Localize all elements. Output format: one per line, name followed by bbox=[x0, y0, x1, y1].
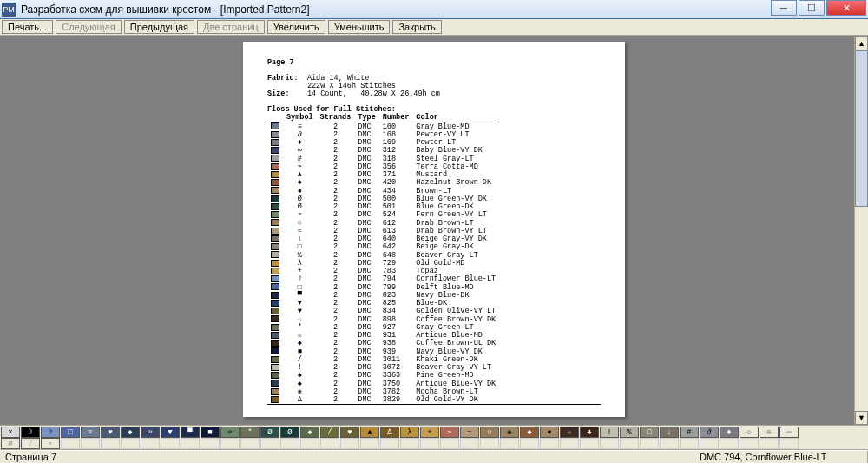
palette-swatch bbox=[740, 438, 759, 449]
palette-swatch[interactable]: ♥ bbox=[340, 427, 359, 438]
palette-swatch[interactable]: ▀ bbox=[181, 427, 200, 438]
close-button[interactable]: ✕ bbox=[826, 0, 866, 16]
palette-swatch bbox=[640, 438, 659, 449]
palette-swatch[interactable]: ~ bbox=[440, 427, 459, 438]
palette-swatch[interactable]: ∞ bbox=[141, 427, 160, 438]
app-icon: PM bbox=[2, 3, 16, 17]
palette-swatch bbox=[81, 438, 100, 449]
titlebar: PM Разработка схем для вышивки крестом -… bbox=[0, 0, 868, 19]
palette-swatch bbox=[560, 438, 579, 449]
two-page-button: Две страниц bbox=[197, 20, 265, 34]
palette-swatch bbox=[580, 438, 599, 449]
palette-swatch[interactable]: ▼ bbox=[161, 427, 180, 438]
palette-swatch[interactable]: ❀ bbox=[500, 427, 519, 438]
palette-swatch bbox=[360, 438, 379, 449]
palette-swatch[interactable]: ♣ bbox=[580, 427, 599, 438]
palette-swatch[interactable]: □ bbox=[61, 427, 80, 438]
palette-swatch[interactable]: λ bbox=[400, 427, 419, 438]
status-color: DMC 794, Cornflower Blue-LT bbox=[694, 451, 868, 463]
palette-swatch[interactable]: ■ bbox=[201, 427, 220, 438]
palette-swatch[interactable]: ♦ bbox=[720, 427, 739, 438]
palette-swatch[interactable]: ⁄ bbox=[21, 438, 40, 449]
palette-swatch[interactable]: ∘ bbox=[41, 438, 60, 449]
palette-swatch bbox=[240, 438, 260, 449]
palette-swatch[interactable]: ● bbox=[540, 427, 559, 438]
palette-swatch[interactable]: ☽ bbox=[21, 427, 40, 438]
palette-swatch[interactable]: ◆ bbox=[520, 427, 539, 438]
palette-swatch bbox=[220, 438, 240, 449]
palette-swatch[interactable]: ⌀ bbox=[1, 438, 20, 449]
palette-swatch[interactable]: ∆ bbox=[380, 427, 399, 438]
palette-swatch[interactable]: × bbox=[1, 427, 20, 438]
palette-swatch bbox=[440, 438, 459, 449]
palette-swatch bbox=[680, 438, 699, 449]
next-page-button: Следующая bbox=[56, 20, 122, 34]
palette-swatch[interactable]: ∂ bbox=[700, 427, 719, 438]
palette-swatch bbox=[779, 438, 799, 449]
palette-swatch bbox=[101, 438, 120, 449]
print-button[interactable]: Печать... bbox=[2, 20, 53, 34]
maximize-button[interactable]: ☐ bbox=[799, 0, 825, 16]
palette-swatch bbox=[600, 438, 619, 449]
status-page: Страница 7 bbox=[0, 451, 62, 463]
palette-swatch bbox=[181, 438, 200, 449]
palette-swatch[interactable]: Ø bbox=[280, 427, 299, 438]
palette-swatch[interactable]: ◆ bbox=[121, 427, 140, 438]
palette-swatch bbox=[161, 438, 180, 449]
palette-swatch[interactable]: ⊕ bbox=[760, 427, 779, 438]
palette-swatch[interactable]: Ø bbox=[260, 427, 279, 438]
statusbar: Страница 7 DMC 794, Cornflower Blue-LT bbox=[0, 450, 868, 463]
close-preview-button[interactable]: Закрыть bbox=[392, 20, 441, 34]
palette-swatch[interactable]: % bbox=[620, 427, 639, 438]
minimize-button[interactable]: ─ bbox=[771, 0, 797, 16]
page-number: Page 7 bbox=[267, 59, 601, 67]
palette-swatch[interactable]: * bbox=[240, 427, 260, 438]
palette-swatch[interactable]: ☆ bbox=[560, 427, 579, 438]
palette-swatch bbox=[61, 438, 80, 449]
palette-swatch[interactable]: □ bbox=[640, 427, 659, 438]
palette-swatch bbox=[620, 438, 639, 449]
palette-swatch bbox=[121, 438, 140, 449]
palette-swatch bbox=[720, 438, 739, 449]
palette-swatch[interactable]: ♥ bbox=[101, 427, 120, 438]
palette-swatch bbox=[340, 438, 359, 449]
palette-swatch[interactable]: ∝ bbox=[220, 427, 240, 438]
palette-swatch[interactable]: ○ bbox=[480, 427, 499, 438]
scroll-down-icon[interactable]: ▼ bbox=[855, 411, 868, 425]
palette-swatch[interactable]: ◇ bbox=[740, 427, 759, 438]
palette-swatch[interactable]: ♠ bbox=[300, 427, 319, 438]
palette-swatch bbox=[380, 438, 399, 449]
preview-workspace: Page 7 Fabric: Aida 14, White 222w X 146… bbox=[0, 36, 868, 425]
palette-swatch[interactable]: + bbox=[420, 427, 439, 438]
palette-swatch[interactable]: ! bbox=[600, 427, 619, 438]
table-row: ∆2DMC3829Old Gold-VY DK bbox=[267, 396, 499, 404]
palette-swatch bbox=[320, 438, 339, 449]
palette-swatch[interactable]: / bbox=[320, 427, 339, 438]
print-preview-toolbar: Печать... Следующая Предыдущая Две стран… bbox=[0, 19, 868, 36]
palette-swatch[interactable]: ⋯ bbox=[779, 427, 799, 438]
palette-swatch[interactable]: ▲ bbox=[360, 427, 379, 438]
palette-swatch bbox=[500, 438, 519, 449]
floss-table: Symbol Strands Type Number Color ≡2DMC16… bbox=[267, 113, 499, 404]
palette-swatch bbox=[480, 438, 499, 449]
palette-swatch bbox=[260, 438, 279, 449]
zoom-in-button[interactable]: Увеличить bbox=[267, 20, 326, 34]
palette-swatch bbox=[300, 438, 319, 449]
palette-swatch bbox=[201, 438, 220, 449]
palette-swatch bbox=[760, 438, 779, 449]
scroll-up-icon[interactable]: ▲ bbox=[855, 36, 868, 50]
color-palette: ×⌀☽⁄☽∘□≡♥◆∞▼▀■∝*ØØ♠/♥▲∆λ+~=○❀◆●☆♣!%□↓#∂♦… bbox=[0, 425, 868, 450]
palette-swatch bbox=[660, 438, 679, 449]
zoom-out-button[interactable]: Уменьшить bbox=[328, 20, 391, 34]
palette-swatch[interactable]: ☽ bbox=[41, 427, 60, 438]
palette-swatch[interactable]: ≡ bbox=[81, 427, 100, 438]
palette-swatch bbox=[700, 438, 719, 449]
palette-swatch[interactable]: ↓ bbox=[660, 427, 679, 438]
prev-page-button[interactable]: Предыдущая bbox=[124, 20, 194, 34]
palette-swatch[interactable]: = bbox=[460, 427, 479, 438]
palette-swatch bbox=[540, 438, 559, 449]
palette-swatch bbox=[420, 438, 439, 449]
palette-swatch bbox=[141, 438, 160, 449]
palette-swatch bbox=[280, 438, 299, 449]
palette-swatch[interactable]: # bbox=[680, 427, 699, 438]
